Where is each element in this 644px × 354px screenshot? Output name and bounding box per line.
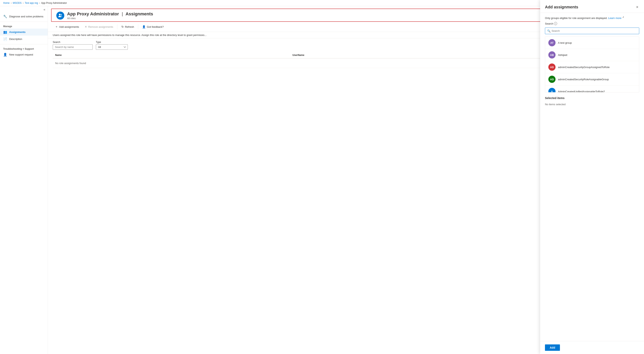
search-input[interactable] (53, 44, 93, 50)
panel-info: Only groups eligible for role assignment… (545, 16, 639, 20)
selected-items-section: Selected items No items selected (545, 96, 639, 108)
breadcrumb-sep-2: › (23, 2, 24, 4)
refresh-button[interactable]: ↻ Refresh (119, 24, 136, 30)
troubleshooting-section-label: Troubleshooting + Support (0, 46, 48, 51)
panel-title: Add assignments (545, 5, 578, 10)
avatar: AB (548, 51, 556, 58)
avatar: AT (548, 39, 556, 46)
add-button[interactable]: Add (545, 344, 560, 351)
svg-point-0 (59, 14, 60, 15)
search-filter-label: Search (53, 41, 93, 44)
sidebar-item-diagnose[interactable]: 🔧 Diagnose and solve problems (0, 13, 48, 20)
avatar: AD (548, 76, 556, 83)
x-icon: ✕ (85, 25, 87, 28)
support-icon: 👤 (3, 53, 7, 56)
learn-more-link[interactable]: Learn more (608, 16, 622, 20)
description-icon: 📄 (3, 37, 7, 41)
col-name: Name (53, 52, 290, 58)
collapse-icon: « (44, 8, 45, 12)
avatar: AD (548, 64, 556, 71)
breadcrumb-home[interactable]: Home (3, 2, 10, 4)
add-assignments-panel: Add assignments × Only groups eligible f… (540, 0, 644, 354)
search-icon: 🔍 (547, 29, 550, 32)
panel-group-list: AT A test group AB Abhijeet AD adminCrea… (545, 36, 639, 92)
panel-header: Add assignments × (540, 0, 644, 13)
group-name: adminCreatedSecurityRoleAssignableGroup (558, 78, 609, 81)
breadcrumb-sep-1: › (11, 2, 12, 4)
breadcrumb-current: App Proxy Administrator (41, 2, 67, 4)
sidebar-divider-1 (0, 22, 48, 22)
feedback-icon: 👤 (142, 25, 146, 28)
sidebar-item-new-support[interactable]: 👤 New support request (0, 51, 48, 58)
users-icon (58, 13, 63, 18)
avatar: A (548, 88, 556, 92)
remove-assignments-button[interactable]: ✕ Remove assignments (82, 24, 116, 30)
panel-group-item[interactable]: AB Abhijeet (545, 49, 639, 61)
panel-group-item[interactable]: A AdminCreatedUnifiedAssignableToRole2 (545, 86, 639, 92)
assignments-icon: 👥 (3, 30, 7, 34)
sidebar-item-description[interactable]: 📄 Description (0, 36, 48, 42)
selected-items-label: Selected items (545, 96, 639, 100)
panel-list-container: AT A test group AB Abhijeet AD adminCrea… (545, 36, 639, 92)
panel-group-item[interactable]: AT A test group (545, 37, 639, 49)
breadcrumb-msods[interactable]: MSODS (13, 2, 22, 4)
search-info-icon: i (554, 22, 557, 25)
breadcrumb-sep-3: › (39, 2, 40, 4)
group-name: A test group (558, 41, 572, 44)
panel-footer: Add (540, 341, 644, 354)
toolbar-separator-2 (138, 24, 138, 29)
type-select[interactable]: All Users Groups Service Principals (96, 44, 128, 50)
no-items-selected: No items selected (545, 101, 639, 108)
sidebar: « 🔧 Diagnose and solve problems Manage 👥… (0, 6, 48, 354)
sidebar-collapse-button[interactable]: « (0, 6, 48, 13)
panel-search-input[interactable] (545, 28, 639, 34)
breadcrumb-test-app-reg[interactable]: Test app reg (25, 2, 38, 4)
feedback-button[interactable]: 👤 Got feedback? (140, 24, 166, 30)
plus-icon: ＋ (55, 25, 58, 28)
page-header-icon (56, 12, 64, 20)
group-name: adminCreatedSecurityGroupAssignedToRole (558, 66, 610, 69)
refresh-icon: ↻ (122, 25, 124, 28)
svg-point-1 (61, 14, 62, 15)
group-name: AdminCreatedUnifiedAssignableToRole2 (558, 90, 605, 93)
panel-body: Only groups eligible for role assignment… (540, 13, 644, 341)
search-filter-group: Search (53, 41, 93, 50)
panel-search-label: Search i (545, 22, 639, 25)
type-filter-label: Type (96, 41, 128, 44)
panel-group-item[interactable]: AD adminCreatedSecurityRoleAssignableGro… (545, 73, 639, 86)
manage-section-label: Manage (0, 23, 48, 28)
wrench-icon: 🔧 (3, 14, 7, 18)
panel-search-wrap: 🔍 (545, 28, 639, 34)
add-assignments-button[interactable]: ＋ Add assignments (53, 24, 82, 30)
toolbar-separator (117, 24, 118, 29)
group-name: Abhijeet (558, 54, 567, 56)
sidebar-item-assignments[interactable]: 👥 Assignments (0, 28, 48, 36)
panel-close-button[interactable]: × (635, 4, 639, 10)
panel-group-item[interactable]: AD adminCreatedSecurityGroupAssignedToRo… (545, 61, 639, 73)
type-filter-group: Type All Users Groups Service Principals (96, 41, 128, 50)
